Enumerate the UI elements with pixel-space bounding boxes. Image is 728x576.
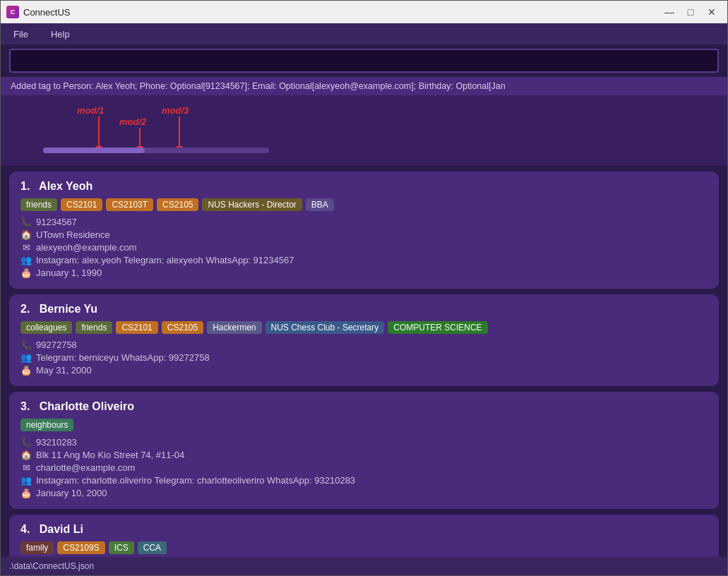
social-icon-2: 👥 <box>20 352 32 363</box>
contact-social-1: 👥 Instagram: alex.yeoh Telegram: alexyeo… <box>20 255 708 265</box>
contact-name-3: 3. Charlotte Oliveiro <box>20 400 708 413</box>
contact-phone-1: 📞 91234567 <box>20 217 708 227</box>
social-icon-1: 👥 <box>20 255 32 265</box>
status-bar: .\data\ConnectUS.json <box>1 557 727 575</box>
home-icon-3: 🏠 <box>20 450 32 460</box>
contact-card-3: 3. Charlotte Oliveiro neighbours 📞 93210… <box>9 392 719 509</box>
email-icon-1: ✉ <box>20 242 32 253</box>
contact-card-2: 2. Bernice Yu colleagues friends CS2101 … <box>9 294 719 386</box>
contact-address-1: 🏠 UTown Residence <box>20 229 708 240</box>
contact-phone-3: 📞 93210283 <box>20 437 708 448</box>
tag-computer-science-2: COMPUTER SCIENCE <box>388 321 487 334</box>
contact-email-1: ✉ alexyeoh@example.com <box>20 242 708 253</box>
contact-birthday-3: 🎂 January 10, 2000 <box>20 488 708 498</box>
tag-cs2109s-4: CS2109S <box>57 541 105 554</box>
contact-tags-2: colleagues friends CS2101 CS2105 Hackerm… <box>20 321 708 334</box>
phone-icon-1: 📞 <box>20 217 32 227</box>
contact-tags-4: family CS2109S ICS CCA <box>20 541 708 554</box>
tag-friends-2: friends <box>76 321 112 334</box>
birthday-icon-1: 🎂 <box>20 268 32 278</box>
contact-birthday-1: 🎂 January 1, 1990 <box>20 268 708 278</box>
contacts-list: 1. Alex Yeoh friends CS2101 CS2103T CS21… <box>1 166 727 557</box>
search-input[interactable] <box>9 49 719 73</box>
mod3-label: mod/3 <box>162 105 189 116</box>
notification-text: Added tag to Person: Alex Yeoh; Phone: O… <box>11 81 506 91</box>
tag-cca-4: CCA <box>138 541 167 554</box>
notification-bar: Added tag to Person: Alex Yeoh; Phone: O… <box>1 77 727 95</box>
contact-name-1: 1. Alex Yeoh <box>20 180 708 193</box>
contact-social-3: 👥 Instagram: charlotte.oliveriro Telegra… <box>20 475 708 486</box>
search-bar-container <box>1 44 727 77</box>
progress-fill <box>43 148 145 153</box>
contact-name-4: 4. David Li <box>20 523 708 536</box>
tag-cs2103t-1: CS2103T <box>106 198 153 211</box>
menu-file[interactable]: File <box>9 28 32 41</box>
tag-bba-1: BBA <box>306 198 334 211</box>
app-icon: C <box>6 6 19 18</box>
contact-address-3: 🏠 Blk 11 Ang Mo Kio Street 74, #11-04 <box>20 450 708 460</box>
tag-nus-hackers-1: NUS Hackers - Director <box>202 198 302 211</box>
tag-family-4: family <box>20 541 54 554</box>
phone-icon-3: 📞 <box>20 437 32 448</box>
title-bar: C ConnectUS — □ ✕ <box>1 1 727 23</box>
email-icon-3: ✉ <box>20 462 32 473</box>
contact-birthday-2: 🎂 May 31, 2000 <box>20 365 708 376</box>
contact-card-4: 4. David Li family CS2109S ICS CCA <box>9 515 719 557</box>
menu-help[interactable]: Help <box>47 28 74 41</box>
tag-nus-chess-2: NUS Chess Club - Secretary <box>265 321 385 334</box>
tag-cs2105-1: CS2105 <box>157 198 198 211</box>
contact-phone-2: 📞 99272758 <box>20 340 708 350</box>
phone-icon-2: 📞 <box>20 340 32 350</box>
contact-email-3: ✉ charlotte@example.com <box>20 462 708 473</box>
tag-cs2101-1: CS2101 <box>61 198 102 211</box>
maximize-button[interactable]: □ <box>681 4 700 20</box>
tag-hackermen-2: Hackermen <box>207 321 261 334</box>
birthday-icon-2: 🎂 <box>20 365 32 376</box>
birthday-icon-3: 🎂 <box>20 488 32 498</box>
contact-tags-1: friends CS2101 CS2103T CS2105 NUS Hacker… <box>20 198 708 211</box>
contact-card-1: 1. Alex Yeoh friends CS2101 CS2103T CS21… <box>9 172 719 289</box>
main-window: C ConnectUS — □ ✕ File Help Added tag to… <box>0 0 728 576</box>
close-button[interactable]: ✕ <box>702 4 722 20</box>
mod1-arrow <box>95 116 102 152</box>
social-icon-3: 👥 <box>20 475 32 486</box>
window-controls: — □ ✕ <box>660 4 722 20</box>
tag-friends-1: friends <box>20 198 57 211</box>
minimize-button[interactable]: — <box>660 4 679 20</box>
tag-colleagues-2: colleagues <box>20 321 72 334</box>
tag-cs2101-2: CS2101 <box>116 321 157 334</box>
contact-tags-3: neighbours <box>20 419 708 431</box>
menu-bar: File Help <box>1 23 727 44</box>
window-title: ConnectUS <box>23 7 660 18</box>
progress-bar <box>43 148 269 153</box>
contact-name-2: 2. Bernice Yu <box>20 303 708 316</box>
tag-neighbours-3: neighbours <box>20 419 73 431</box>
mod2-label: mod/2 <box>119 116 146 127</box>
tag-ics-4: ICS <box>109 541 134 554</box>
mod1-label: mod/1 <box>77 105 104 116</box>
annotation-area: mod/1 mod/2 mod/3 <box>1 95 727 166</box>
status-path: .\data\ConnectUS.json <box>9 561 94 571</box>
mod3-arrow <box>176 116 183 152</box>
contact-social-2: 👥 Telegram: berniceyu WhatsApp: 99272758 <box>20 352 708 363</box>
tag-cs2105-2: CS2105 <box>162 321 203 334</box>
home-icon-1: 🏠 <box>20 229 32 240</box>
